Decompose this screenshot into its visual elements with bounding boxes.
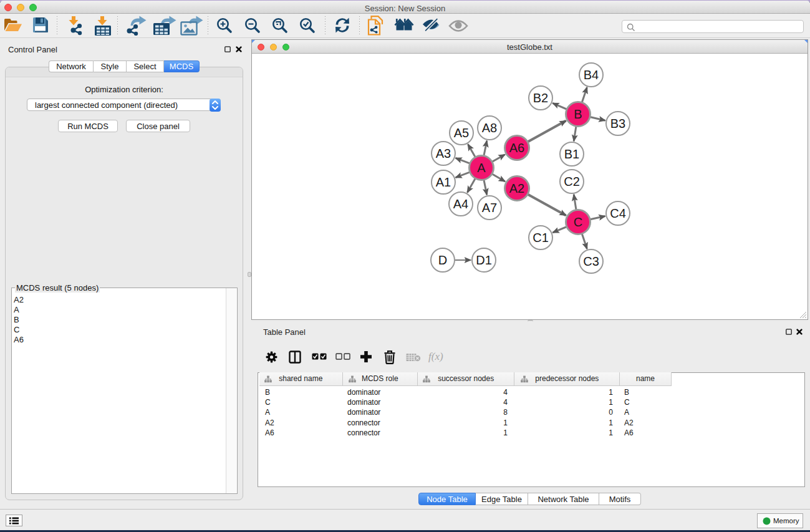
svg-text:B3: B3 <box>610 117 625 130</box>
svg-text:B2: B2 <box>533 91 548 105</box>
svg-text:A6: A6 <box>509 141 524 155</box>
svg-text:C4: C4 <box>610 206 626 220</box>
svg-text:D: D <box>438 253 447 267</box>
svg-text:B: B <box>574 107 582 121</box>
svg-text:A5: A5 <box>454 126 469 140</box>
svg-text:D1: D1 <box>476 253 492 267</box>
svg-text:C1: C1 <box>533 231 549 244</box>
svg-text:A7: A7 <box>482 201 497 215</box>
svg-text:C: C <box>574 215 582 229</box>
svg-text:A3: A3 <box>436 147 451 160</box>
svg-text:A: A <box>477 161 486 175</box>
svg-text:C2: C2 <box>564 175 580 188</box>
svg-text:A4: A4 <box>453 197 468 211</box>
svg-text:A2: A2 <box>509 181 524 195</box>
svg-text:C3: C3 <box>583 254 599 268</box>
svg-text:A8: A8 <box>482 121 497 135</box>
svg-text:A1: A1 <box>436 175 451 189</box>
svg-text:B1: B1 <box>564 147 579 161</box>
svg-text:B4: B4 <box>584 68 599 82</box>
